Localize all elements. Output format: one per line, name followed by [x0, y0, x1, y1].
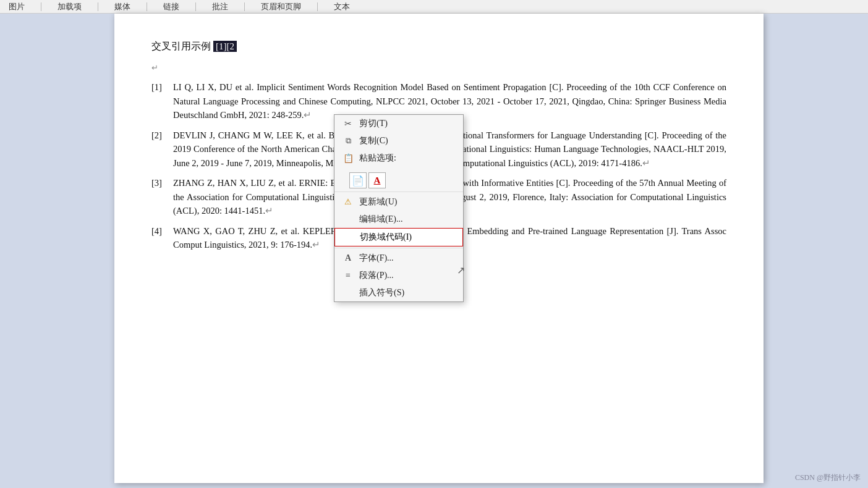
ctx-insert-symbol[interactable]: 插入符号(S) — [334, 284, 463, 301]
ctx-sep-1 — [334, 191, 463, 192]
ctx-copy[interactable]: ⧉ 复制(C) — [334, 132, 463, 149]
ctx-paragraph-label: 段落(P)... — [359, 270, 456, 281]
cut-icon: ✂ — [342, 119, 354, 129]
ctx-cut-label: 剪切(T) — [359, 118, 456, 129]
menu-item-wenben[interactable]: 文本 — [330, 0, 354, 14]
top-menubar: 图片 加载项 媒体 链接 批注 页眉和页脚 文本 — [0, 0, 868, 14]
menu-sep-5 — [244, 2, 245, 11]
ctx-paragraph[interactable]: ≡ 段落(P)... — [334, 267, 463, 284]
paste-opt-a[interactable]: A — [368, 172, 386, 188]
menu-item-jiazaixiang[interactable]: 加载项 — [54, 0, 85, 14]
doc-title-line: 交叉引用示例 [1][2 — [151, 38, 726, 54]
menu-item-lianjie[interactable]: 链接 — [160, 0, 183, 14]
menu-sep-6 — [317, 2, 318, 11]
ref-num-1: [1] — [151, 80, 173, 122]
context-menu: ✂ 剪切(T) ⧉ 复制(C) 📋 粘贴选项: 📄 A ⚠ 更新域(U) 编辑域… — [334, 114, 464, 302]
paste-options-row: 📄 A — [342, 170, 393, 190]
ctx-edit-field[interactable]: 编辑域(E)... — [334, 211, 463, 228]
ctx-font-label: 字体(F)... — [359, 253, 456, 264]
menu-item-tup[interactable]: 图片 — [5, 0, 28, 14]
ctx-cut[interactable]: ✂ 剪切(T) — [334, 115, 463, 132]
copy-icon: ⧉ — [342, 136, 354, 146]
ctx-edit-label: 编辑域(E)... — [359, 214, 456, 225]
menu-sep-2 — [98, 2, 98, 11]
return-symbol: ↵ — [151, 62, 726, 75]
paragraph-icon: ≡ — [342, 271, 354, 280]
menu-sep-4 — [195, 2, 196, 11]
ctx-toggle-label: 切换域代码(I) — [360, 232, 455, 243]
doc-title-text: 交叉引用示例 — [151, 41, 211, 51]
ref-crosslink-highlight: [1][2 — [213, 41, 237, 52]
menu-item-yemei[interactable]: 页眉和页脚 — [257, 0, 305, 14]
ref-num-2: [2] — [151, 128, 173, 170]
ctx-update-field[interactable]: ⚠ 更新域(U) — [334, 193, 463, 211]
ctx-sep-2 — [334, 248, 463, 248]
ctx-toggle-field-code[interactable]: 切换域代码(I) — [334, 228, 463, 246]
ref-num-3: [3] — [151, 176, 173, 217]
ctx-update-label: 更新域(U) — [359, 196, 456, 208]
update-icon: ⚠ — [342, 197, 354, 207]
ctx-copy-label: 复制(C) — [359, 135, 456, 146]
ctx-paste-label: 粘贴选项: — [359, 153, 456, 164]
paste-opt-keep-format[interactable]: 📄 — [349, 172, 367, 188]
menu-item-pizhu[interactable]: 批注 — [208, 0, 232, 14]
ref-num-4: [4] — [151, 224, 173, 252]
ctx-insert-symbol-label: 插入符号(S) — [359, 287, 456, 298]
paste-icon: 📋 — [342, 153, 354, 164]
ctx-font[interactable]: A 字体(F)... — [334, 250, 463, 267]
paste-a-icon: A — [374, 175, 381, 186]
menu-item-meiti[interactable]: 媒体 — [111, 0, 134, 14]
watermark: CSDN @野指针小李 — [795, 473, 861, 483]
font-icon: A — [342, 253, 354, 263]
menu-sep-3 — [147, 2, 147, 11]
menu-sep-1 — [41, 2, 41, 11]
ctx-paste-options: 📋 粘贴选项: 📄 A — [334, 149, 463, 190]
